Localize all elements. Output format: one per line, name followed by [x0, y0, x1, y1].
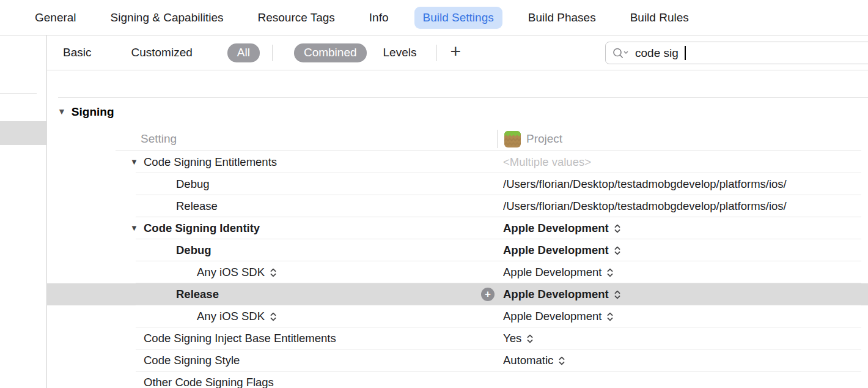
navigator-sidebar-strip[interactable] [0, 35, 47, 388]
signing-section-header[interactable]: ▼ Signing [57, 105, 114, 119]
disclosure-triangle-icon[interactable]: ▼ [57, 106, 66, 116]
setting-value[interactable]: Yes [503, 332, 521, 345]
setting-label: Code Signing Inject Base Entitlements [144, 332, 336, 345]
search-query-text: code sig [635, 47, 679, 60]
setting-label: Release [176, 200, 218, 213]
setting-value[interactable]: Apple Development [503, 266, 601, 279]
project-column-header[interactable]: Project [504, 131, 562, 147]
tab-build-rules[interactable]: Build Rules [622, 7, 697, 29]
setting-label: Any iOS SDK [197, 310, 265, 323]
setting-column-header: Setting [141, 132, 177, 146]
setting-value[interactable]: Apple Development [503, 244, 609, 257]
filter-levels[interactable]: Levels [383, 46, 417, 59]
filter-customized[interactable]: Customized [131, 46, 192, 59]
toolbar-divider [436, 45, 437, 61]
project-column-label: Project [526, 132, 562, 146]
table-row-other-code-signing-flags[interactable]: Other Code Signing Flags [47, 371, 868, 388]
setting-value[interactable]: Apple Development [503, 222, 609, 235]
settings-table: Setting Project ▼ Code Signing Entitleme… [47, 127, 868, 388]
disclosure-triangle-icon[interactable]: ▼ [130, 223, 138, 233]
setting-label: Release [176, 288, 219, 301]
target-tab-bar: General Signing & Capabilities Resource … [0, 0, 868, 35]
add-value-icon[interactable]: + [481, 288, 495, 301]
table-row-entitlements-debug[interactable]: Debug /Users/florian/Desktop/testadmobgd… [47, 173, 868, 195]
filter-basic[interactable]: Basic [63, 46, 91, 59]
setting-label: Code Signing Style [144, 354, 240, 367]
setting-label: Code Signing Entitlements [144, 155, 277, 169]
settings-list: ▼ Signing Setting Project ▼ [47, 70, 868, 388]
section-title: Signing [72, 105, 114, 119]
popup-stepper-icon[interactable] [558, 356, 565, 366]
tab-build-settings[interactable]: Build Settings [414, 7, 502, 29]
content-area: Basic Customized All Combined Levels + c… [0, 35, 868, 388]
sidebar-selected-row[interactable] [0, 121, 47, 145]
filter-combined[interactable]: Combined [294, 43, 367, 62]
filter-toolbar: Basic Customized All Combined Levels + c… [47, 35, 868, 70]
text-cursor [685, 46, 686, 60]
build-settings-pane: Basic Customized All Combined Levels + c… [47, 35, 868, 388]
project-app-icon [504, 131, 521, 147]
setting-value[interactable]: Apple Development [503, 288, 609, 301]
table-row-code-signing-style[interactable]: Code Signing Style Automatic [47, 349, 868, 371]
tab-general[interactable]: General [26, 7, 85, 29]
setting-label: Other Code Signing Flags [144, 376, 274, 388]
tab-signing-capabilities[interactable]: Signing & Capabilities [102, 7, 232, 29]
popup-stepper-icon[interactable] [270, 267, 277, 278]
setting-label: Any iOS SDK [197, 266, 265, 279]
table-row-code-signing-entitlements[interactable]: ▼ Code Signing Entitlements <Multiple va… [47, 151, 868, 173]
tab-info[interactable]: Info [361, 7, 397, 29]
popup-stepper-icon[interactable] [606, 312, 614, 322]
popup-stepper-icon[interactable] [270, 312, 277, 322]
table-row-identity-release-any-ios-sdk[interactable]: Any iOS SDK Apple Development [47, 305, 868, 327]
setting-value[interactable]: /Users/florian/Desktop/testadmobgdevelop… [503, 177, 787, 191]
tab-resource-tags[interactable]: Resource Tags [249, 7, 343, 29]
table-row-identity-debug-any-ios-sdk[interactable]: Any iOS SDK Apple Development [47, 261, 868, 283]
popup-stepper-icon[interactable] [614, 289, 621, 300]
section-top-divider [58, 97, 868, 98]
column-separator [497, 130, 498, 148]
setting-value[interactable]: Automatic [503, 354, 553, 367]
search-icon[interactable] [612, 47, 630, 59]
sidebar-separator [0, 93, 37, 94]
table-header-row: Setting Project [47, 127, 868, 151]
setting-label: Debug [176, 244, 211, 257]
add-setting-button[interactable]: + [450, 42, 461, 63]
setting-label: Debug [176, 177, 210, 191]
toolbar-divider [272, 45, 273, 61]
table-row-identity-release-selected[interactable]: Release + Apple Development [47, 283, 868, 305]
popup-stepper-icon[interactable] [606, 267, 614, 278]
table-row-code-signing-identity[interactable]: ▼ Code Signing Identity Apple Developmen… [47, 217, 868, 239]
table-row-inject-base-entitlements[interactable]: Code Signing Inject Base Entitlements Ye… [47, 327, 868, 349]
table-row-entitlements-release[interactable]: Release /Users/florian/Desktop/testadmob… [47, 195, 868, 217]
popup-stepper-icon[interactable] [614, 223, 621, 234]
disclosure-triangle-icon[interactable]: ▼ [130, 157, 138, 166]
setting-value[interactable]: /Users/florian/Desktop/testadmobgdevelop… [503, 200, 787, 213]
xcode-build-settings-window: { "tabs": { "items": [ { "label": "Gener… [0, 0, 868, 388]
setting-value[interactable]: <Multiple values> [503, 155, 591, 169]
popup-stepper-icon[interactable] [614, 245, 621, 256]
table-row-identity-debug[interactable]: Debug Apple Development [47, 239, 868, 261]
tab-build-phases[interactable]: Build Phases [520, 7, 605, 29]
setting-value[interactable]: Apple Development [503, 310, 601, 323]
setting-label: Code Signing Identity [144, 222, 260, 235]
popup-stepper-icon[interactable] [526, 334, 534, 344]
filter-all[interactable]: All [227, 43, 260, 62]
search-input[interactable]: code sig [605, 42, 868, 64]
